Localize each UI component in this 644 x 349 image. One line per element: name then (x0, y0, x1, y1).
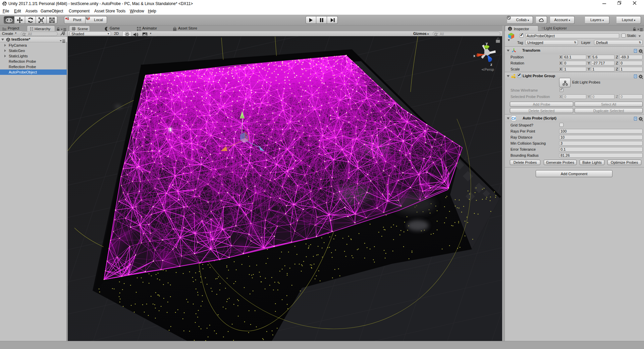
svg-text:?: ? (635, 117, 636, 120)
svg-text:z: z (490, 62, 492, 66)
svg-text:x: x (473, 54, 476, 58)
svg-text:?: ? (635, 75, 636, 78)
svg-text:?: ? (635, 49, 636, 52)
svg-text:C#: C# (512, 117, 516, 120)
svg-text:y: y (486, 41, 488, 45)
svg-text:⋖Persp: ⋖Persp (481, 67, 494, 71)
